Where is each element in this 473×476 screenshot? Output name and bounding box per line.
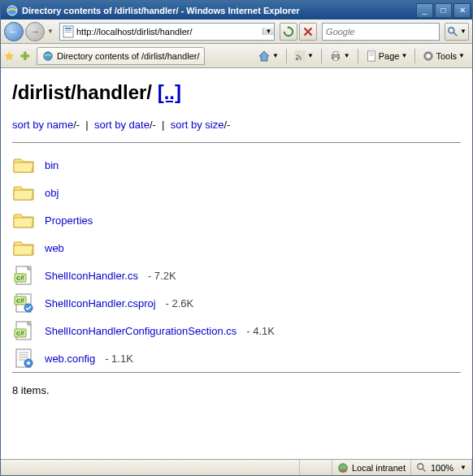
file-link[interactable]: bin — [45, 159, 59, 171]
file-link[interactable]: obj — [45, 187, 59, 199]
folder-icon — [12, 210, 35, 230]
svg-rect-11 — [333, 51, 337, 54]
svg-rect-12 — [333, 57, 337, 60]
divider — [12, 372, 461, 373]
search-input[interactable] — [323, 24, 439, 39]
list-item: c#ShellIconHandlerConfigurationSection.c… — [12, 317, 461, 344]
svg-point-17 — [427, 54, 431, 58]
list-item: c#ShellIconHandler.cs - 7.2K — [12, 262, 461, 289]
list-item: web.config - 1.1K — [12, 344, 461, 372]
file-link[interactable]: ShellIconHandler.csproj — [45, 297, 156, 309]
file-link[interactable]: ShellIconHandlerConfigurationSection.cs — [45, 325, 236, 337]
csproj-icon: c# — [12, 293, 35, 313]
heading-path: /dirlist/handler/ — [12, 81, 152, 103]
tools-menu-label: Tools — [436, 51, 457, 61]
svg-rect-8 — [294, 50, 306, 62]
svg-point-5 — [449, 27, 454, 32]
maximize-button[interactable]: □ — [435, 3, 452, 18]
parent-dir-link[interactable]: [..] — [158, 81, 181, 103]
cs-icon: c# — [12, 321, 35, 340]
tab-toolbar: ★ ✚ Directory contents of /dirlist/handl… — [1, 44, 472, 68]
svg-rect-4 — [65, 32, 72, 32]
file-size: - 7.2K — [148, 270, 176, 282]
cs-icon: c# — [12, 266, 35, 285]
list-item: obj — [12, 179, 461, 206]
security-zone: Local intranet — [332, 460, 411, 475]
search-bar[interactable] — [322, 23, 440, 41]
page-content: /dirlist/handler/ [..] sort by name/- | … — [1, 68, 472, 459]
favorites-icon[interactable]: ★ — [4, 50, 17, 63]
history-dropdown[interactable]: ▼ — [46, 24, 54, 40]
list-item: bin — [12, 151, 461, 179]
list-item: c#ShellIconHandler.csproj - 2.6K — [12, 289, 461, 317]
svg-rect-36 — [340, 469, 347, 472]
feeds-button[interactable]: ▼ — [290, 48, 318, 64]
minimize-button[interactable]: _ — [416, 3, 433, 18]
folder-icon — [12, 155, 35, 175]
window-titlebar: Directory contents of /dirlist/handler/ … — [1, 1, 472, 19]
folder-icon — [12, 238, 35, 257]
svg-point-37 — [418, 463, 423, 469]
home-button[interactable]: ▼ — [254, 47, 283, 65]
close-button[interactable]: ✕ — [453, 3, 471, 18]
svg-text:c#: c# — [16, 274, 24, 282]
status-progress — [300, 460, 332, 475]
svg-rect-13 — [367, 50, 375, 60]
search-button[interactable]: ▼ — [445, 23, 469, 41]
ie-icon — [6, 4, 19, 17]
file-link[interactable]: web.config — [45, 353, 95, 365]
zoom-control[interactable]: 100% ▼ — [411, 460, 472, 475]
svg-point-9 — [296, 57, 299, 60]
tab-title: Directory contents of /dirlist/handler/ — [57, 51, 199, 61]
sort-by-date-link[interactable]: sort by date — [94, 119, 150, 131]
item-count: 8 items. — [12, 384, 461, 396]
sort-by-size-link[interactable]: sort by size — [171, 119, 224, 131]
file-link[interactable]: Properties — [45, 214, 93, 227]
svg-text:c#: c# — [16, 329, 24, 337]
stop-button[interactable] — [299, 23, 317, 41]
browser-tab[interactable]: Directory contents of /dirlist/handler/ — [37, 47, 205, 65]
file-size: - 1.1K — [105, 353, 133, 365]
address-input[interactable] — [76, 24, 263, 39]
zone-label: Local intranet — [352, 463, 406, 473]
svg-rect-2 — [65, 28, 72, 29]
svg-rect-3 — [65, 30, 72, 31]
sort-by-name-link[interactable]: sort by name — [12, 119, 73, 131]
page-heading: /dirlist/handler/ [..] — [12, 81, 461, 104]
file-size: - 2.6K — [166, 297, 194, 309]
address-dropdown[interactable]: ▼ — [263, 28, 274, 35]
page-menu[interactable]: Page ▼ — [362, 48, 412, 64]
window-title: Directory contents of /dirlist/handler/ … — [22, 6, 416, 15]
svg-text:c#: c# — [16, 296, 24, 305]
file-link[interactable]: web — [45, 242, 64, 254]
svg-line-6 — [453, 32, 457, 35]
address-bar[interactable]: ▼ — [59, 23, 275, 41]
back-button[interactable]: ← — [4, 22, 24, 41]
page-icon — [62, 25, 75, 38]
config-icon — [12, 348, 35, 368]
file-link[interactable]: ShellIconHandler.cs — [45, 270, 138, 282]
print-button[interactable]: ▼ — [325, 48, 354, 64]
svg-line-38 — [423, 468, 426, 471]
forward-button[interactable]: → — [25, 22, 45, 41]
add-favorite-icon[interactable]: ✚ — [20, 50, 33, 63]
page-menu-label: Page — [379, 51, 400, 61]
divider — [12, 142, 461, 143]
ie-small-icon — [42, 50, 54, 62]
svg-point-34 — [27, 361, 30, 365]
folder-icon — [12, 183, 35, 202]
list-item: web — [12, 234, 461, 262]
file-size: - 4.1K — [246, 325, 275, 337]
sort-controls: sort by name/- | sort by date/- | sort b… — [12, 119, 461, 131]
file-listing: binobjPropertieswebc#ShellIconHandler.cs… — [12, 151, 461, 372]
refresh-button[interactable] — [280, 23, 297, 41]
tools-menu[interactable]: Tools ▼ — [419, 48, 469, 64]
zoom-label: 100% — [431, 463, 453, 473]
nav-toolbar: ← → ▼ ▼ ▼ — [1, 19, 472, 44]
status-bar: Local intranet 100% ▼ — [1, 459, 472, 475]
list-item: Properties — [12, 206, 461, 234]
